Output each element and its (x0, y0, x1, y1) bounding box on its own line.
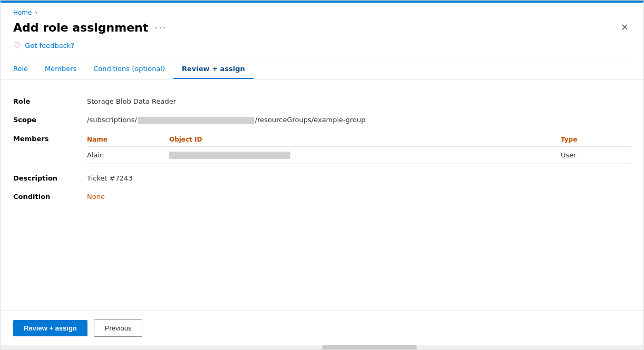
tab-role[interactable]: Role (13, 59, 36, 79)
member-object-id (169, 146, 561, 164)
description-label: Description (13, 169, 87, 187)
col-object-id: Object ID (169, 133, 561, 147)
scope-suffix: /resourceGroups/example-group (255, 116, 366, 124)
condition-value: None (87, 187, 631, 206)
scope-redacted (138, 117, 254, 124)
role-value: Storage Blob Data Reader (87, 92, 631, 111)
feedback-bar: ♡ Got feedback? (1, 34, 643, 57)
col-type: Type (561, 133, 631, 147)
panel: Home › Add role assignment ··· ✕ ♡ Got f… (0, 0, 644, 350)
members-table: Name Object ID Type Alain User (87, 133, 631, 164)
close-button[interactable]: ✕ (619, 21, 631, 34)
breadcrumb-home[interactable]: Home (13, 9, 32, 16)
scope-value: /subscriptions//resourceGroups/example-g… (87, 111, 631, 129)
breadcrumb-separator: › (35, 9, 37, 16)
previous-button[interactable]: Previous (94, 319, 143, 337)
title-left: Add role assignment ··· (13, 21, 167, 34)
condition-label: Condition (13, 187, 87, 206)
page-title: Add role assignment (13, 21, 148, 34)
role-label: Role (13, 92, 87, 111)
feedback-heart-icon: ♡ (13, 41, 21, 51)
tabs-container: Role Members Conditions (optional) Revie… (1, 59, 643, 79)
scope-prefix: /subscriptions/ (87, 116, 137, 124)
header-divider (13, 57, 631, 57)
title-row: Add role assignment ··· ✕ (13, 21, 631, 34)
tab-members[interactable]: Members (36, 59, 85, 79)
scope-label: Scope (13, 111, 87, 129)
description-value: Ticket #7243 (87, 169, 631, 187)
member-name: Alain (87, 146, 169, 164)
scrollbar-thumb[interactable] (322, 345, 417, 349)
col-name: Name (87, 133, 169, 147)
table-row: Alain User (87, 146, 631, 164)
member-type: User (561, 146, 631, 164)
members-label: Members (13, 129, 87, 148)
review-assign-button[interactable]: Review + assign (13, 320, 87, 336)
feedback-link[interactable]: Got feedback? (25, 42, 74, 49)
scrollbar-track[interactable] (1, 345, 643, 349)
detail-grid: Role Storage Blob Data Reader Scope /sub… (13, 92, 631, 206)
panel-footer: Review + assign Previous (1, 311, 643, 345)
breadcrumb: Home › (13, 9, 631, 16)
more-options-icon[interactable]: ··· (154, 22, 167, 33)
tab-review-assign[interactable]: Review + assign (173, 59, 253, 79)
members-table-header-row: Name Object ID Type (87, 133, 631, 147)
members-table-wrap: Name Object ID Type Alain User (87, 129, 631, 169)
object-id-redacted (169, 152, 290, 159)
panel-header: Home › Add role assignment ··· ✕ (1, 3, 643, 34)
panel-body: Role Storage Blob Data Reader Scope /sub… (1, 79, 643, 311)
tab-conditions[interactable]: Conditions (optional) (85, 59, 173, 79)
